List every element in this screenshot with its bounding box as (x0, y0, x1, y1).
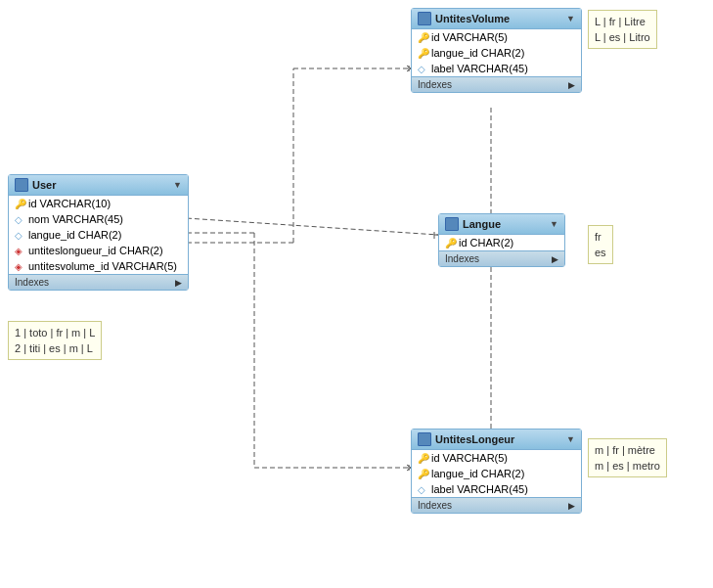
indexes-bar-untitesvolume[interactable]: Indexes ▶ (412, 76, 581, 92)
table-user: User ▼ 🔑 id VARCHAR(10) ◇ nom VARCHAR(45… (8, 174, 189, 291)
key-icon: 🔑 (445, 238, 455, 248)
table-header-langue[interactable]: Langue ▼ (439, 214, 564, 235)
table-name-untitesvolume: UntitesVolume (435, 13, 510, 24)
table-row: ◇ nom VARCHAR(45) (9, 211, 188, 227)
red-diamond-icon: ◈ (15, 261, 24, 271)
table-row: 🔑 langue_id CHAR(2) (412, 466, 581, 481)
table-row: ◈ untitesvolume_id VARCHAR(5) (9, 258, 188, 274)
table-row: ◇ label VARCHAR(45) (412, 481, 581, 497)
field-text: label VARCHAR(45) (431, 63, 528, 74)
data-box-line: m | es | metro (595, 458, 660, 474)
field-text: id VARCHAR(10) (28, 198, 111, 209)
dropdown-arrow-untiteslongeur[interactable]: ▼ (566, 434, 575, 444)
table-untiteslongeur: UntitesLongeur ▼ 🔑 id VARCHAR(5) 🔑 langu… (411, 429, 582, 514)
table-row: 🔑 langue_id CHAR(2) (412, 45, 581, 61)
indexes-bar-langue[interactable]: Indexes ▶ (439, 250, 564, 266)
table-row: ◇ langue_id CHAR(2) (9, 227, 188, 243)
dropdown-arrow-langue[interactable]: ▼ (550, 219, 558, 229)
data-box-line: L | es | Litro (595, 29, 650, 45)
field-text: id CHAR(2) (459, 237, 513, 249)
field-text: untitesvolume_id VARCHAR(5) (28, 260, 177, 272)
table-row: ◈ untiteslongueur_id CHAR(2) (9, 243, 188, 258)
data-box-line: es (595, 245, 606, 260)
diamond-icon: ◇ (418, 484, 427, 494)
key-icon: 🔑 (15, 199, 24, 208)
table-row: ◇ label VARCHAR(45) (412, 61, 581, 76)
diamond-icon: ◇ (15, 214, 24, 224)
diagram-canvas: UntitesVolume ▼ 🔑 id VARCHAR(5) 🔑 langue… (0, 0, 713, 588)
key-icon: 🔑 (418, 469, 427, 478)
field-text: langue_id CHAR(2) (28, 229, 121, 241)
field-text: langue_id CHAR(2) (431, 47, 524, 59)
table-icon-langue (445, 217, 459, 231)
data-box-line: 1 | toto | fr | m | L (15, 325, 95, 340)
table-row: 🔑 id VARCHAR(5) (412, 450, 581, 466)
dropdown-arrow-untitesvolume[interactable]: ▼ (566, 14, 575, 23)
diamond-icon: ◇ (15, 230, 24, 240)
key-icon: 🔑 (418, 32, 427, 42)
indexes-label: Indexes (418, 500, 452, 511)
field-text: id VARCHAR(5) (431, 31, 508, 43)
table-header-untiteslongeur[interactable]: UntitesLongeur ▼ (412, 430, 581, 450)
data-box-line: fr (595, 229, 606, 245)
key-icon: 🔑 (418, 48, 427, 58)
indexes-arrow: ▶ (175, 278, 182, 288)
data-box-user: 1 | toto | fr | m | L 2 | titi | es | m … (8, 321, 102, 360)
table-langue: Langue ▼ 🔑 id CHAR(2) Indexes ▶ (438, 213, 565, 267)
indexes-bar-untiteslongeur[interactable]: Indexes ▶ (412, 497, 581, 513)
table-header-untitesvolume[interactable]: UntitesVolume ▼ (412, 9, 581, 29)
field-text: nom VARCHAR(45) (28, 213, 123, 225)
table-name-user: User (32, 179, 56, 191)
data-box-langue: fr es (588, 225, 613, 264)
table-row: 🔑 id CHAR(2) (439, 235, 564, 250)
dropdown-arrow-user[interactable]: ▼ (173, 180, 182, 190)
table-untitesvolume: UntitesVolume ▼ 🔑 id VARCHAR(5) 🔑 langue… (411, 8, 582, 93)
data-box-untitesvolume: L | fr | Litre L | es | Litro (588, 10, 657, 49)
field-text: id VARCHAR(5) (431, 452, 508, 464)
data-box-line: 2 | titi | es | m | L (15, 340, 95, 356)
indexes-label: Indexes (418, 79, 452, 90)
indexes-bar-user[interactable]: Indexes ▶ (9, 274, 188, 290)
key-icon: 🔑 (418, 453, 427, 463)
table-row: 🔑 id VARCHAR(10) (9, 196, 188, 211)
data-box-line: L | fr | Litre (595, 14, 650, 29)
indexes-label: Indexes (445, 253, 479, 264)
table-icon-untiteslongeur (418, 432, 431, 446)
data-box-untiteslongeur: m | fr | mètre m | es | metro (588, 438, 667, 477)
table-name-untiteslongeur: UntitesLongeur (435, 433, 514, 445)
field-text: untiteslongueur_id CHAR(2) (28, 245, 163, 256)
table-row: 🔑 id VARCHAR(5) (412, 29, 581, 45)
field-text: label VARCHAR(45) (431, 483, 528, 495)
indexes-arrow: ▶ (552, 254, 558, 264)
diamond-icon: ◇ (418, 64, 427, 73)
table-icon-user (15, 178, 28, 192)
indexes-arrow: ▶ (568, 501, 575, 511)
indexes-arrow: ▶ (568, 80, 575, 90)
table-icon-untitesvolume (418, 12, 431, 25)
data-box-line: m | fr | mètre (595, 442, 660, 458)
table-name-langue: Langue (463, 218, 501, 230)
table-header-user[interactable]: User ▼ (9, 175, 188, 196)
indexes-label: Indexes (15, 277, 49, 288)
connectors-svg (0, 0, 713, 588)
svg-line-9 (171, 217, 438, 235)
red-diamond-icon: ◈ (15, 246, 24, 255)
field-text: langue_id CHAR(2) (431, 468, 524, 479)
